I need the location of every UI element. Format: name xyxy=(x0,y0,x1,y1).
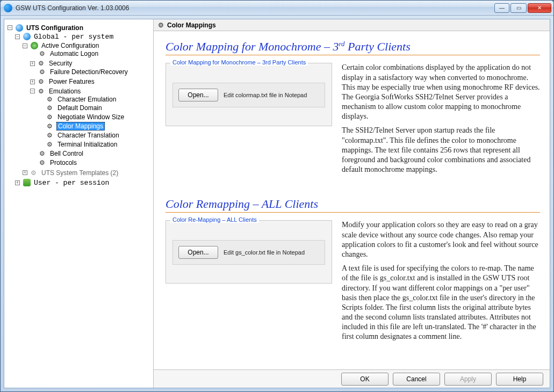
content-title: Color Mappings xyxy=(167,21,216,29)
tree-bell[interactable]: Bell Control xyxy=(30,150,84,157)
spacer xyxy=(38,133,44,138)
spacer xyxy=(38,106,44,111)
content-body: Color Mapping for Monochrome – 3rd Party… xyxy=(154,31,550,369)
gear-icon xyxy=(39,159,47,166)
gear-icon xyxy=(38,88,46,95)
expand-icon[interactable]: + xyxy=(30,61,35,66)
app-icon xyxy=(4,4,12,12)
desc-paragraph: The SSH2/Telnet Server upon startup read… xyxy=(342,126,540,175)
users-icon xyxy=(23,179,31,186)
section1-title: Color Mapping for Monochrome – 3rd Party… xyxy=(166,40,540,54)
tree-item-label: Protocols xyxy=(49,159,78,166)
spacer xyxy=(38,114,44,119)
client-area: − UTS Configuration − Global - per syste… xyxy=(4,19,550,388)
tree-user[interactable]: + User - per session xyxy=(15,179,110,187)
collapse-icon[interactable]: − xyxy=(30,89,35,93)
title-sup: rd xyxy=(339,40,344,48)
desc-paragraph: Certain color combinations displayed by … xyxy=(342,63,540,121)
open-gscolor-button[interactable]: Open... xyxy=(178,246,218,259)
groupbox-legend: Color Mapping for Monochrome – 3rd Party… xyxy=(170,59,308,66)
spacer xyxy=(38,124,44,129)
expand-icon[interactable]: + xyxy=(23,170,27,175)
title-text: Party Clients xyxy=(345,40,411,53)
spacer xyxy=(30,151,36,156)
tree-global[interactable]: − Global - per system xyxy=(15,33,114,41)
tree-color-mappings[interactable]: Color Mappings xyxy=(38,122,105,130)
divider xyxy=(166,55,540,55)
tree-item-label: Automatic Logon xyxy=(49,50,99,57)
expand-icon[interactable]: + xyxy=(15,180,20,185)
app-window: GSW UTS Configuration Ver. 1.03.0006 — ▭… xyxy=(0,0,554,392)
help-button[interactable]: Help xyxy=(496,373,543,386)
collapse-icon[interactable]: − xyxy=(8,25,12,30)
tree-active-config[interactable]: − Active Configuration xyxy=(23,42,100,49)
cancel-button[interactable]: Cancel xyxy=(393,373,440,386)
section1-desc: Certain color combinations displayed by … xyxy=(342,63,540,179)
config-tree[interactable]: − UTS Configuration − Global - per syste… xyxy=(6,23,151,188)
tree-item-label: Terminal Initialization xyxy=(56,141,118,148)
close-button[interactable]: ✕ xyxy=(528,3,551,13)
tree-char-emulation[interactable]: Character Emulation xyxy=(38,96,117,103)
tree-user-label: User - per session xyxy=(33,179,110,187)
spacer xyxy=(38,97,44,101)
tree-terminal-init[interactable]: Terminal Initialization xyxy=(38,141,118,148)
collapse-icon[interactable]: − xyxy=(15,34,20,39)
tree-protocols[interactable]: Protocols xyxy=(30,159,78,166)
tree-item-label: Character Emulation xyxy=(56,96,117,103)
tree-item-label: Character Translation xyxy=(56,132,120,139)
tree-templates[interactable]: + UTS System Templates (2) xyxy=(23,169,119,177)
tree-root-label: UTS Configuration xyxy=(25,24,84,32)
open-hint: Edit gs_color.txt file in Notepad xyxy=(224,249,305,256)
gear-icon xyxy=(47,141,54,148)
open-hint: Edit colormap.txt file in Notepad xyxy=(224,92,307,98)
desc-paragraph: Modify your application colors so they a… xyxy=(342,220,540,259)
gear-icon xyxy=(47,104,54,112)
tree-security[interactable]: + Security xyxy=(30,60,73,67)
tree-root[interactable]: − UTS Configuration xyxy=(8,24,84,32)
maximize-button[interactable]: ▭ xyxy=(510,3,527,13)
tree-power[interactable]: + Power Features xyxy=(30,78,96,85)
groupbox-monochrome: Color Mapping for Monochrome – 3rd Party… xyxy=(166,63,332,126)
content-header: Color Mappings xyxy=(154,19,550,31)
content-pane: Color Mappings Color Mapping for Monochr… xyxy=(154,19,550,388)
section2-title: Color Remapping – ALL Clients xyxy=(166,197,540,211)
gear-icon xyxy=(38,60,46,67)
gear-icon xyxy=(39,68,47,76)
tree-emulations[interactable]: − Emulations xyxy=(30,88,82,95)
tree-negotiate[interactable]: Negotiate Window Size xyxy=(38,113,125,121)
collapse-icon[interactable]: − xyxy=(23,43,27,48)
tree-char-translation[interactable]: Character Translation xyxy=(38,132,120,139)
open-colormap-button[interactable]: Open... xyxy=(178,89,218,101)
spacer xyxy=(30,70,36,75)
globe-icon xyxy=(23,33,31,40)
groupbox-inner: Open... Edit colormap.txt file in Notepa… xyxy=(172,83,325,107)
tree-automatic-logon[interactable]: Automatic Logon xyxy=(30,50,99,57)
tree-default-domain[interactable]: Default Domain xyxy=(38,104,103,112)
gear-icon xyxy=(47,132,54,139)
tree-failure[interactable]: Failure Detection/Recovery xyxy=(30,68,129,76)
divider xyxy=(166,212,540,213)
expand-icon[interactable]: + xyxy=(30,79,35,84)
spacer xyxy=(30,160,36,165)
spacer xyxy=(38,142,44,147)
spacer xyxy=(30,52,36,56)
gear-icon xyxy=(39,50,47,57)
gear-icon xyxy=(31,42,38,49)
tree-item-label: Color Mappings xyxy=(56,122,105,130)
tree-item-label: Default Domain xyxy=(56,104,103,112)
tree-item-label: Failure Detection/Recovery xyxy=(49,68,129,76)
titlebar[interactable]: GSW UTS Configuration Ver. 1.03.0006 — ▭… xyxy=(1,1,553,16)
groupbox-inner: Open... Edit gs_color.txt file in Notepa… xyxy=(172,240,325,265)
tree-item-label: Negotiate Window Size xyxy=(56,113,125,121)
globe-icon xyxy=(16,24,23,32)
ok-button[interactable]: OK xyxy=(341,373,388,386)
tree-global-label: Global - per system xyxy=(33,33,114,41)
tree-item-label: Emulations xyxy=(48,88,82,95)
minimize-button[interactable]: — xyxy=(494,3,509,13)
tree-item-label: Power Features xyxy=(48,78,96,85)
apply-button[interactable]: Apply xyxy=(444,373,492,386)
tree-pane[interactable]: − UTS Configuration − Global - per syste… xyxy=(4,19,154,388)
section1-row: Color Mapping for Monochrome – 3rd Party… xyxy=(166,63,540,179)
window-title: GSW UTS Configuration Ver. 1.03.0006 xyxy=(16,4,129,12)
tree-item-label: Bell Control xyxy=(49,150,84,157)
